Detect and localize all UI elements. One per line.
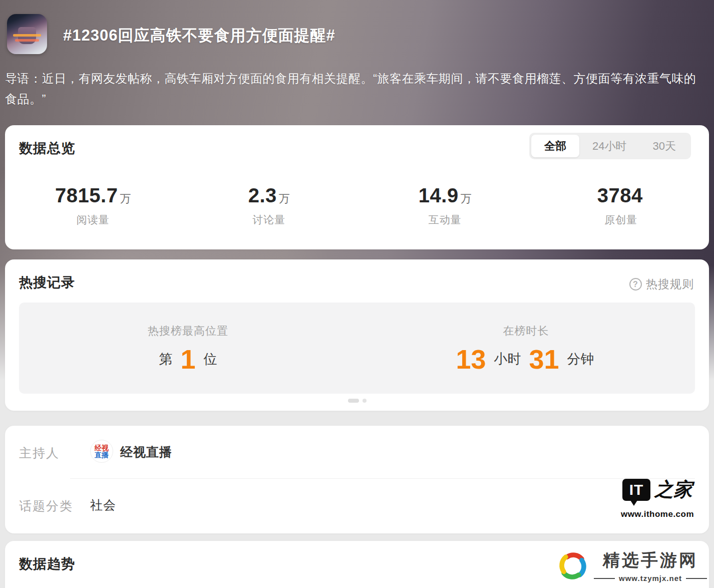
topic-intro-text: 导语：近日，有网友发帖称，高铁车厢对方便面的食用有相关提醒。“旅客在乘车期间，请… <box>5 68 706 109</box>
topic-cover-image[interactable] <box>7 14 47 54</box>
pinwheel-logo-icon <box>557 550 589 582</box>
rank-suffix: 位 <box>204 350 217 368</box>
stat-discussions-value: 2.3 <box>248 184 277 207</box>
stat-interactions: 14.9 万 互动量 <box>357 184 533 227</box>
duration-minutes: 31 <box>529 346 559 373</box>
data-overview-card: 数据总览 全部 24小时 30天 7815.7 万 阅读量 2.3 万 讨论量 … <box>5 125 709 249</box>
tzymjx-watermark: 精选手游网 www.tzymjx.net <box>557 549 707 582</box>
pagination-dot[interactable] <box>363 399 367 403</box>
stat-reads: 7815.7 万 阅读量 <box>5 184 181 227</box>
page-title: #12306回应高铁不要食用方便面提醒# <box>63 25 335 46</box>
pagination-active-pill[interactable] <box>348 399 359 403</box>
hot-search-rules-label: 热搜规则 <box>646 276 694 292</box>
ithome-logo-cn: 之家 <box>654 477 692 502</box>
time-range-tabs: 全部 24小时 30天 <box>529 133 691 159</box>
metric-on-list-duration: 在榜时长 13 小时 31 分钟 <box>357 303 695 394</box>
tzymjx-name: 精选手游网 <box>603 549 698 572</box>
rank-prefix: 第 <box>159 350 172 368</box>
category-value: 社会 <box>90 497 116 513</box>
duration-hours-unit: 小时 <box>494 350 521 368</box>
duration-minutes-unit: 分钟 <box>567 350 594 368</box>
tab-all[interactable]: 全部 <box>531 135 579 157</box>
metric-duration-label: 在榜时长 <box>357 324 695 339</box>
metric-duration-value: 13 小时 31 分钟 <box>357 346 695 373</box>
stat-originals: 3784 原创量 <box>533 184 709 227</box>
question-circle-icon: ? <box>629 278 642 290</box>
topic-info-card: 主持人 经视 直播 经视直播 话题分类 社会 IT 之家 www.ithome.… <box>5 426 709 533</box>
hot-search-metrics-box: 热搜榜最高位置 第 1 位 在榜时长 13 小时 31 分钟 <box>19 303 695 394</box>
tab-24h[interactable]: 24小时 <box>579 135 639 157</box>
carousel-pagination <box>5 399 709 403</box>
ithome-url: www.ithome.com <box>617 509 698 519</box>
stat-interactions-label: 互动量 <box>357 213 533 227</box>
stat-originals-value: 3784 <box>597 184 643 207</box>
hot-search-card: 热搜记录 ? 热搜规则 热搜榜最高位置 第 1 位 在榜时长 13 小时 31 … <box>5 259 709 411</box>
data-trend-title: 数据趋势 <box>19 555 75 573</box>
stat-discussions-label: 讨论量 <box>181 213 358 227</box>
metric-top-position-label: 热搜榜最高位置 <box>19 324 357 339</box>
hot-search-title: 热搜记录 <box>19 273 75 291</box>
category-label: 话题分类 <box>19 498 73 514</box>
metric-top-position: 热搜榜最高位置 第 1 位 <box>19 303 357 394</box>
divider <box>70 478 695 479</box>
ithome-logo-icon: IT <box>622 479 650 501</box>
stat-reads-value: 7815.7 <box>55 184 118 207</box>
tab-30d[interactable]: 30天 <box>640 135 689 157</box>
host-avatar-text-bottom: 直播 <box>95 451 109 458</box>
stats-row: 7815.7 万 阅读量 2.3 万 讨论量 14.9 万 互动量 3784 原 <box>5 184 709 227</box>
hot-search-rules-link[interactable]: ? 热搜规则 <box>629 276 694 292</box>
host-name-link[interactable]: 经视直播 <box>120 444 172 460</box>
stat-reads-label: 阅读量 <box>5 213 181 227</box>
rank-number: 1 <box>180 346 195 373</box>
ithome-watermark: IT 之家 www.ithome.com <box>617 477 698 519</box>
host-avatar-text-top: 经视 <box>95 444 109 451</box>
stat-interactions-value: 14.9 <box>419 184 459 207</box>
duration-hours: 13 <box>456 346 486 373</box>
overview-title: 数据总览 <box>19 139 75 157</box>
stat-discussions-unit: 万 <box>279 191 290 206</box>
host-avatar[interactable]: 经视 直播 <box>90 440 113 463</box>
stat-discussions: 2.3 万 讨论量 <box>181 184 358 227</box>
metric-top-position-value: 第 1 位 <box>19 346 357 373</box>
stat-reads-unit: 万 <box>120 191 131 206</box>
tzymjx-url: www.tzymjx.net <box>619 574 682 582</box>
stat-originals-label: 原创量 <box>533 213 709 227</box>
stat-interactions-unit: 万 <box>461 191 472 206</box>
host-label: 主持人 <box>19 445 60 461</box>
